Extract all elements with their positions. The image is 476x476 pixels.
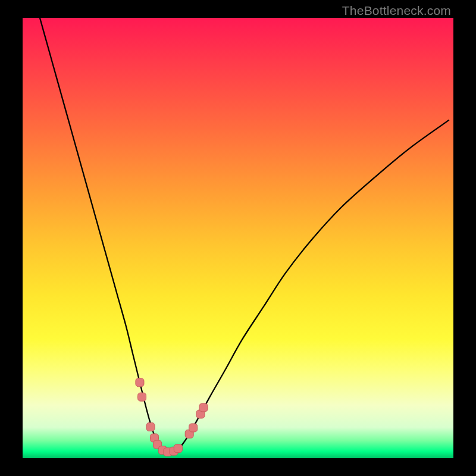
watermark-text: TheBottleneck.com <box>342 4 451 18</box>
chart-frame: TheBottleneck.com <box>0 0 476 476</box>
plot-area <box>23 18 453 458</box>
